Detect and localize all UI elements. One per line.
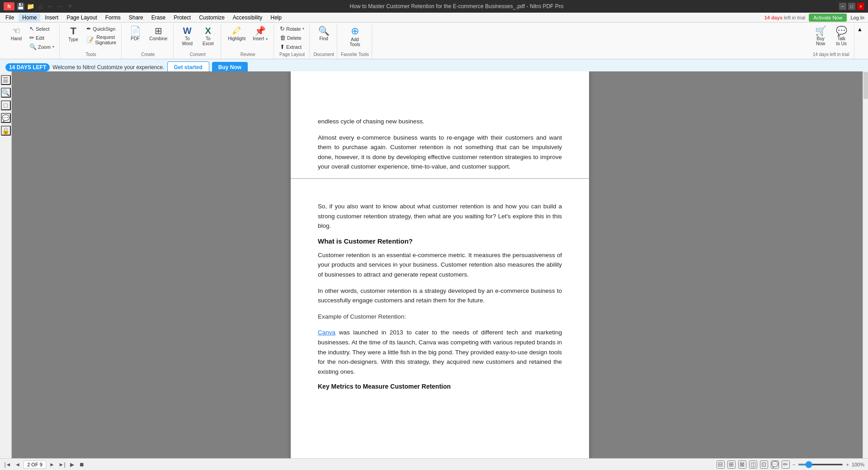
buy-now-ribbon-button[interactable]: 🛒 BuyNow (811, 24, 830, 48)
menu-accessibility[interactable]: Accessibility (229, 14, 266, 22)
print-button[interactable]: 🖨 (36, 2, 44, 10)
pdf-heading-1: What is Customer Retention? (318, 237, 562, 245)
first-page-button[interactable]: |◄ (4, 461, 12, 469)
pdf-paragraph-4: Customer retention is an essential e-com… (318, 250, 562, 280)
pdf-button[interactable]: 📄 PDF (125, 24, 145, 43)
undo-button[interactable]: ↩ (46, 2, 54, 10)
redo-button[interactable]: ↪ (56, 2, 64, 10)
view-icons: ⊟ ⊞ ⊠ ◫ ⊡ 💬 ✏ (717, 461, 790, 469)
close-button[interactable]: × (857, 3, 864, 10)
full-screen-button[interactable]: ⊡ (760, 461, 768, 469)
annotate-icon[interactable]: ✏ (782, 461, 790, 469)
pdf-paragraph-2: Almost every e-commerce business wants t… (318, 133, 562, 172)
save-button[interactable]: 💾 (16, 2, 24, 10)
prev-page-button[interactable]: ◄ (14, 461, 22, 469)
pdf-heading-2: Key Metrics to Measure Customer Retentio… (318, 383, 562, 390)
single-page-view-button[interactable]: ⊟ (717, 461, 725, 469)
ribbon-group-tools: T Type ✒ QuickSign 📝 RequestSignature To… (61, 24, 122, 59)
maximize-button[interactable]: □ (848, 3, 855, 10)
trial-message: Welcome to Nitro! Customize your experie… (52, 64, 164, 70)
side-bookmarks-button[interactable]: □ (1, 100, 11, 110)
convert-label: Convert (190, 52, 206, 57)
menu-home[interactable]: Home (19, 14, 40, 22)
zoom-in-label: + (846, 462, 849, 467)
minimize-button[interactable]: − (839, 3, 846, 10)
extract-button[interactable]: ⬆ Extract (278, 42, 307, 51)
title-bar: N 💾 📁 🖨 ↩ ↪ ▼ How to Master Customer Ret… (0, 0, 868, 13)
page2-top-space (318, 183, 562, 202)
find-button[interactable]: 🔍 Find (314, 24, 334, 43)
app-logo: N (4, 2, 14, 10)
side-thumbnails-button[interactable]: ☰ (1, 75, 11, 85)
comment-icon[interactable]: 💬 (771, 461, 779, 469)
request-signature-button[interactable]: 📝 RequestSignature (84, 33, 118, 46)
menu-file[interactable]: File (2, 14, 18, 22)
fit-width-button[interactable]: ◫ (749, 461, 757, 469)
login-button[interactable]: Log In (850, 15, 864, 20)
zoom-slider[interactable] (798, 464, 843, 465)
side-comments-button[interactable]: 💬 (1, 113, 11, 123)
hand-tool-button[interactable]: ☜ Hand (6, 24, 26, 43)
delete-button[interactable]: 🗑 Delete (278, 33, 307, 42)
days-number: 14 (9, 64, 15, 70)
to-excel-button[interactable]: X ToExcel (198, 24, 218, 48)
ribbon: ☜ Hand ↖ Select ✏ Edit 🔍 Zoom ▾ (0, 23, 868, 59)
pdf-paragraph-5: In other words, customer retention is a … (318, 286, 562, 306)
create-label: Create (141, 52, 155, 57)
menu-protect[interactable]: Protect (170, 14, 194, 22)
days-label: DAYS LEFT (17, 64, 47, 70)
pdf-viewer[interactable]: endless cycle of chasing new business. A… (291, 71, 589, 458)
quicksign-button[interactable]: ✒ QuickSign (84, 24, 118, 33)
scroll-view-button[interactable]: ⊠ (738, 461, 746, 469)
open-button[interactable]: 📁 (26, 2, 34, 10)
menu-share[interactable]: Share (125, 14, 147, 22)
status-right: ⊟ ⊞ ⊠ ◫ ⊡ 💬 ✏ − + 100% (717, 461, 864, 469)
menu-erase[interactable]: Erase (148, 14, 169, 22)
scroll-thumb[interactable] (863, 72, 868, 99)
edit-button[interactable]: ✏ Edit (27, 33, 57, 42)
right-scrollbar[interactable] (863, 71, 868, 458)
activate-now-button[interactable]: Activate Now (809, 14, 847, 22)
stop-button[interactable]: ⏹ (78, 461, 86, 469)
insert-button[interactable]: 📌 Insert ▾ (250, 24, 271, 43)
type-tool-button[interactable]: T Type (63, 24, 83, 44)
ribbon-group-favorite-tools: ⊕ AddTools Favorite Tools (338, 24, 372, 59)
review-label: Review (241, 52, 255, 57)
canva-link[interactable]: Canva (318, 329, 335, 336)
menu-customize[interactable]: Customize (195, 14, 228, 22)
trial-label: 14 days left in trial (813, 52, 849, 57)
last-page-button[interactable]: ►| (58, 461, 66, 469)
to-word-button[interactable]: W ToWord (177, 24, 197, 48)
menu-help[interactable]: Help (267, 14, 285, 22)
menu-insert[interactable]: Insert (41, 14, 62, 22)
window-title: How to Master Customer Retention for the… (74, 3, 839, 9)
next-page-button[interactable]: ► (48, 461, 56, 469)
title-bar-left: N 💾 📁 🖨 ↩ ↪ ▼ (4, 2, 74, 10)
highlight-button[interactable]: 🖍 Highlight (225, 24, 249, 43)
side-search-button[interactable]: 🔍 (1, 88, 11, 98)
rotate-button[interactable]: ↻ Rotate ▾ (278, 24, 307, 33)
two-page-view-button[interactable]: ⊞ (727, 461, 736, 469)
page-top-space (318, 89, 562, 117)
talk-to-us-button[interactable]: 💬 Talkto Us (831, 24, 851, 48)
menu-forms[interactable]: Forms (102, 14, 124, 22)
ribbon-group-document: 🔍 Find Document (311, 24, 337, 59)
zoom-button[interactable]: 🔍 Zoom ▾ (27, 42, 57, 51)
add-tools-button[interactable]: ⊕ AddTools (345, 24, 365, 49)
ribbon-group-review: 🖍 Highlight 📌 Insert ▾ Review (222, 24, 274, 59)
favorite-tools-label: Favorite Tools (341, 52, 369, 57)
select-tool-button[interactable]: ↖ Select (27, 24, 57, 33)
ribbon-collapse-button[interactable]: ▲ (855, 24, 864, 34)
ribbon-group-create: 📄 PDF ⊞ Combine Create (123, 24, 174, 59)
trial-days-text: 14 days left in trial (764, 15, 806, 20)
ribbon-group-hand: ☜ Hand ↖ Select ✏ Edit 🔍 Zoom ▾ (4, 24, 60, 59)
trial-days-red: 14 days (764, 15, 783, 20)
menu-page-layout[interactable]: Page Layout (63, 14, 100, 22)
buy-now-button[interactable]: Buy Now (212, 62, 248, 73)
page-input[interactable] (24, 461, 46, 469)
customize-qa-button[interactable]: ▼ (66, 2, 74, 10)
play-button[interactable]: ▶ (68, 461, 76, 469)
side-security-button[interactable]: 🔒 (1, 126, 11, 136)
combine-button[interactable]: ⊞ Combine (146, 24, 170, 43)
page-layout-label: Page Layout (279, 52, 305, 57)
